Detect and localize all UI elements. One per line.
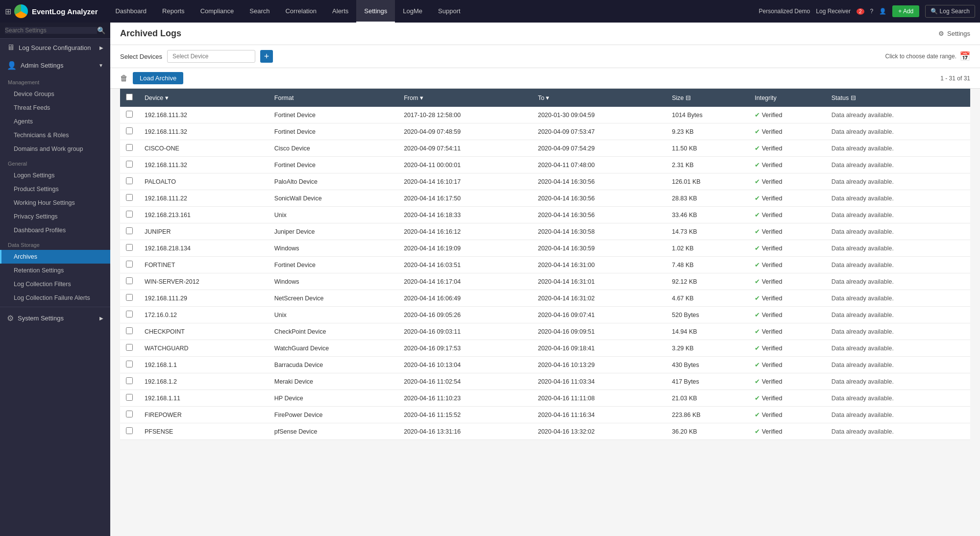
nav-item-settings[interactable]: Settings xyxy=(356,0,395,23)
verified-icon: ✔ xyxy=(755,394,760,402)
row-checkbox-3[interactable] xyxy=(126,161,133,168)
date-range-button[interactable]: Click to choose date range. 📅 xyxy=(885,51,970,62)
cell-status: Data already available. xyxy=(826,223,970,240)
row-checkbox-15[interactable] xyxy=(126,361,133,367)
cell-from: 2020-04-14 16:16:12 xyxy=(398,223,532,240)
system-settings-label: System Settings xyxy=(18,315,64,322)
row-checkbox-4[interactable] xyxy=(126,177,133,184)
sidebar-item-working-hour-settings[interactable]: Working Hour Settings xyxy=(0,196,110,210)
col-to: To ▾ xyxy=(532,89,666,107)
general-group-label: General xyxy=(0,156,110,169)
select-all-checkbox[interactable] xyxy=(126,94,133,100)
cell-size: 520 Bytes xyxy=(666,307,749,323)
nav-item-compliance[interactable]: Compliance xyxy=(193,0,242,23)
cell-size: 126.01 KB xyxy=(666,173,749,190)
cell-from: 2020-04-16 11:15:52 xyxy=(398,407,532,423)
sidebar-item-technicians-&-roles[interactable]: Technicians & Roles xyxy=(0,128,110,142)
row-checkbox-10[interactable] xyxy=(126,277,133,284)
row-checkbox-14[interactable] xyxy=(126,344,133,351)
cell-integrity: ✔ Verified xyxy=(749,157,826,173)
table-row: 192.168.111.22 SonicWall Device 2020-04-… xyxy=(120,190,970,207)
sidebar-item-system-settings[interactable]: ⚙ System Settings ▶ xyxy=(0,309,110,327)
load-archive-button[interactable]: Load Archive xyxy=(133,72,183,84)
notification-badge[interactable]: 2 xyxy=(857,8,864,15)
sidebar-item-log-source-config[interactable]: 🖥 Log Source Configuration ▶ xyxy=(0,39,110,56)
add-button[interactable]: + Add xyxy=(892,5,919,17)
add-device-button[interactable]: + xyxy=(260,50,273,63)
cell-status: Data already available. xyxy=(826,307,970,323)
log-search-button[interactable]: 🔍 Log Search xyxy=(925,5,975,18)
general-items: Logon SettingsProduct SettingsWorking Ho… xyxy=(0,169,110,237)
nav-item-correlation[interactable]: Correlation xyxy=(277,0,324,23)
cell-integrity: ✔ Verified xyxy=(749,240,826,257)
nav-item-logme[interactable]: LogMe xyxy=(395,0,430,23)
row-checkbox-6[interactable] xyxy=(126,211,133,218)
cell-status: Data already available. xyxy=(826,407,970,423)
table-row: 192.168.111.32 Fortinet Device 2017-10-2… xyxy=(120,107,970,123)
system-settings-chevron: ▶ xyxy=(99,316,103,321)
delete-button[interactable]: 🗑 xyxy=(120,74,128,83)
log-receiver-link[interactable]: Log Receiver xyxy=(816,8,851,15)
cell-integrity: ✔ Verified xyxy=(749,340,826,357)
sidebar-item-privacy-settings[interactable]: Privacy Settings xyxy=(0,210,110,223)
nav-item-alerts[interactable]: Alerts xyxy=(324,0,356,23)
nav-item-reports[interactable]: Reports xyxy=(154,0,193,23)
verified-icon: ✔ xyxy=(755,328,760,335)
row-checkbox-7[interactable] xyxy=(126,227,133,234)
sidebar-item-dashboard-profiles[interactable]: Dashboard Profiles xyxy=(0,223,110,237)
admin-icon: 👤 xyxy=(7,61,17,70)
settings-gear-button[interactable]: ⚙ Settings xyxy=(938,30,970,37)
row-checkbox-11[interactable] xyxy=(126,294,133,301)
user-icon[interactable]: 👤 xyxy=(879,8,886,15)
search-bar: 🔍 xyxy=(0,23,110,39)
help-button[interactable]: ? xyxy=(870,8,874,15)
sidebar-item-device-groups[interactable]: Device Groups xyxy=(0,87,110,101)
sidebar-item-log-collection-filters[interactable]: Log Collection Filters xyxy=(0,277,110,291)
row-checkbox-13[interactable] xyxy=(126,327,133,334)
cell-to: 2020-04-16 09:09:51 xyxy=(532,323,666,340)
row-checkbox-17[interactable] xyxy=(126,394,133,401)
sidebar-item-retention-settings[interactable]: Retention Settings xyxy=(0,264,110,277)
nav-item-search[interactable]: Search xyxy=(242,0,277,23)
row-checkbox-9[interactable] xyxy=(126,261,133,268)
sidebar-item-agents[interactable]: Agents xyxy=(0,115,110,128)
sidebar-item-admin-settings[interactable]: 👤 Admin Settings ▼ xyxy=(0,56,110,74)
sidebar-item-log-collection-failure-alerts[interactable]: Log Collection Failure Alerts xyxy=(0,291,110,305)
nav-item-dashboard[interactable]: Dashboard xyxy=(107,0,154,23)
cell-format: Windows xyxy=(269,273,398,290)
row-checkbox-5[interactable] xyxy=(126,194,133,201)
sidebar-item-logon-settings[interactable]: Logon Settings xyxy=(0,169,110,182)
search-input[interactable] xyxy=(5,27,97,34)
gear-icon: ⚙ xyxy=(938,30,944,37)
row-checkbox-12[interactable] xyxy=(126,311,133,317)
sidebar-item-threat-feeds[interactable]: Threat Feeds xyxy=(0,101,110,115)
nav-item-support[interactable]: Support xyxy=(430,0,468,23)
verified-icon: ✔ xyxy=(755,311,760,318)
cell-from: 2020-04-14 16:19:09 xyxy=(398,240,532,257)
logo-icon xyxy=(14,4,28,18)
personalized-demo-link[interactable]: Personalized Demo xyxy=(759,8,810,15)
cell-from: 2020-04-16 09:17:53 xyxy=(398,340,532,357)
row-checkbox-8[interactable] xyxy=(126,244,133,251)
device-select-input[interactable] xyxy=(167,50,255,63)
row-checkbox-2[interactable] xyxy=(126,144,133,151)
row-checkbox-1[interactable] xyxy=(126,127,133,134)
cell-from: 2020-04-14 16:17:04 xyxy=(398,273,532,290)
cell-to: 2020-04-11 07:48:00 xyxy=(532,157,666,173)
row-checkbox-16[interactable] xyxy=(126,377,133,384)
sidebar-item-archives[interactable]: Archives xyxy=(0,250,110,264)
cell-to: 2020-04-16 11:11:08 xyxy=(532,390,666,407)
table-row: 192.168.218.134 Windows 2020-04-14 16:19… xyxy=(120,240,970,257)
cell-integrity: ✔ Verified xyxy=(749,107,826,123)
table-row: 192.168.1.2 Meraki Device 2020-04-16 11:… xyxy=(120,373,970,390)
sidebar-item-product-settings[interactable]: Product Settings xyxy=(0,182,110,196)
row-checkbox-18[interactable] xyxy=(126,411,133,417)
cell-to: 2020-04-14 16:30:58 xyxy=(532,223,666,240)
cell-format: Juniper Device xyxy=(269,223,398,240)
row-checkbox-0[interactable] xyxy=(126,111,133,118)
grid-icon[interactable]: ⊞ xyxy=(5,7,11,16)
row-checkbox-19[interactable] xyxy=(126,427,133,434)
sidebar-item-domains-and-work-group[interactable]: Domains and Work group xyxy=(0,142,110,156)
cell-integrity: ✔ Verified xyxy=(749,223,826,240)
cell-format: Unix xyxy=(269,207,398,223)
